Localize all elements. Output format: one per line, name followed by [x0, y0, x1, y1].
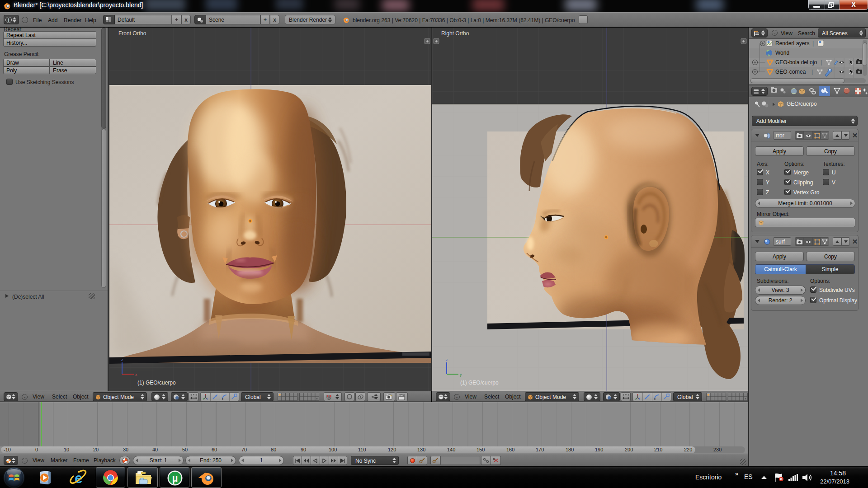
- svg-text:(1) GEO/cuerpo: (1) GEO/cuerpo: [137, 380, 176, 386]
- svg-text:|: |: [811, 69, 813, 75]
- svg-text:Right Ortho: Right Ortho: [441, 30, 469, 37]
- svg-text:z: z: [446, 357, 448, 362]
- svg-text:|: |: [821, 59, 822, 66]
- svg-text:GEO/cuerpo: GEO/cuerpo: [787, 101, 817, 107]
- svg-text:World: World: [775, 50, 789, 56]
- svg-text:µ: µ: [172, 473, 178, 484]
- svg-text:GEO-bola del ojo: GEO-bola del ojo: [775, 59, 817, 66]
- svg-text:y: y: [460, 372, 462, 377]
- svg-text:GEO-cornea: GEO-cornea: [775, 69, 806, 75]
- svg-text:x: x: [135, 372, 137, 377]
- svg-text:(1) GEO/cuerpo: (1) GEO/cuerpo: [460, 380, 499, 386]
- svg-text:Front Ortho: Front Ortho: [118, 30, 146, 37]
- svg-text:RenderLayers: RenderLayers: [775, 40, 809, 47]
- svg-text:|: |: [812, 40, 814, 47]
- svg-text:z: z: [121, 357, 123, 362]
